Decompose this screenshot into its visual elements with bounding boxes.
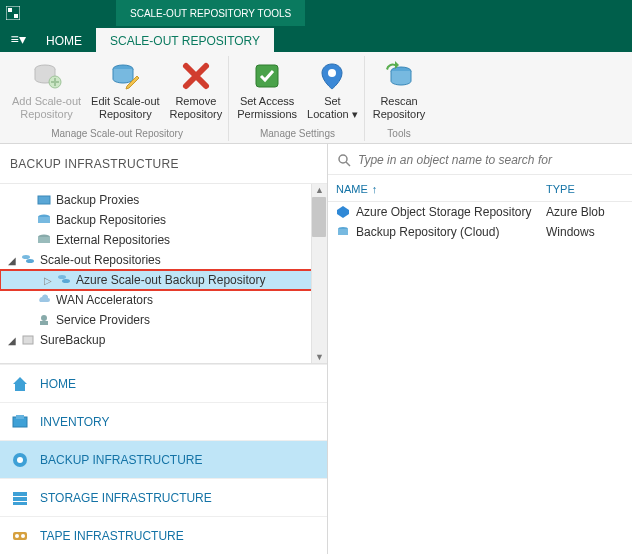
tree-item-wan-accelerators[interactable]: WAN Accelerators [0,290,327,310]
rescan-repository-button[interactable]: Rescan Repository [369,56,430,126]
menu-button[interactable]: ≡▾ [4,26,32,52]
nav-label: TAPE INFRASTRUCTURE [40,529,184,543]
edit-scaleout-repository-button[interactable]: Edit Scale-out Repository [87,56,163,126]
home-icon [10,374,30,394]
svg-rect-2 [14,14,18,18]
nav-home[interactable]: HOME [0,364,327,402]
scaleout-repo-icon [56,272,72,288]
ribbon-group-tools: Rescan Repository Tools [367,56,432,141]
scroll-up-icon[interactable]: ▲ [315,185,324,195]
svg-point-18 [41,315,47,321]
svg-point-31 [339,155,347,163]
app-icon [0,0,26,26]
tree-item-azure-scaleout-repo[interactable]: ▷ Azure Scale-out Backup Repository [0,270,327,290]
tab-home[interactable]: HOME [32,28,96,52]
ribbon-group-manage-repo: Add Scale-out Repository Edit Scale-out … [6,56,229,141]
svg-point-15 [26,259,34,263]
svg-point-16 [58,275,66,279]
ribbon-group-label: Manage Scale-out Repository [8,126,226,141]
windows-repo-icon [336,225,350,239]
nav-label: STORAGE INFRASTRUCTURE [40,491,212,505]
table-row[interactable]: Backup Repository (Cloud) Windows [328,222,632,242]
tree-label: Azure Scale-out Backup Repository [76,273,265,287]
svg-rect-9 [38,196,50,204]
ribbon-btn-line: Repository [170,108,223,121]
remove-repository-button[interactable]: Remove Repository [166,56,227,126]
ribbon-btn-line: Permissions [237,108,297,121]
svg-rect-13 [38,237,50,243]
svg-rect-1 [8,8,12,12]
ribbon-btn-line: Repository [373,108,426,121]
nav-label: BACKUP INFRASTRUCTURE [40,453,202,467]
table-row[interactable]: Azure Object Storage Repository Azure Bl… [328,202,632,222]
scroll-down-icon[interactable]: ▼ [315,352,324,362]
storage-icon [10,488,30,508]
cell-name: Azure Object Storage Repository [356,205,531,219]
database-refresh-icon [382,59,416,93]
repository-icon [36,212,52,228]
tape-icon [10,526,30,546]
nav-label: INVENTORY [40,415,110,429]
svg-rect-19 [40,321,48,325]
tree-label: Backup Repositories [56,213,166,227]
expander-closed-icon[interactable]: ▷ [42,275,54,286]
ribbon-btn-line: Add Scale-out [12,95,81,108]
left-pane-header: BACKUP INFRASTRUCTURE [0,144,327,184]
body: BACKUP INFRASTRUCTURE Backup Proxies Bac… [0,144,632,554]
scroll-thumb[interactable] [312,197,326,237]
svg-point-14 [22,255,30,259]
ribbon-group-label: Tools [369,126,430,141]
tree-item-surebackup[interactable]: ◢ SureBackup [0,330,327,350]
set-location-button[interactable]: Set Location ▾ [303,56,362,126]
column-label: TYPE [546,183,575,195]
tree-label: Backup Proxies [56,193,139,207]
search-bar [328,144,632,175]
tree-label: Scale-out Repositories [40,253,161,267]
tree-item-external-repositories[interactable]: External Repositories [0,230,327,250]
add-scaleout-repository-button[interactable]: Add Scale-out Repository [8,56,85,126]
svg-point-7 [328,69,336,77]
nav-inventory[interactable]: INVENTORY [0,402,327,440]
permissions-icon [250,59,284,93]
tree-label: External Repositories [56,233,170,247]
tab-scaleout-repository[interactable]: SCALE-OUT REPOSITORY [96,28,274,52]
tree-label: WAN Accelerators [56,293,153,307]
tree-item-service-providers[interactable]: Service Providers [0,310,327,330]
cell-name: Backup Repository (Cloud) [356,225,499,239]
right-pane: NAME ↑ TYPE Azure Object Storage Reposit… [328,144,632,554]
tree-item-backup-proxies[interactable]: Backup Proxies [0,190,327,210]
tree-item-backup-repositories[interactable]: Backup Repositories [0,210,327,230]
svg-point-24 [17,457,23,463]
nav-storage-infrastructure[interactable]: STORAGE INFRASTRUCTURE [0,478,327,516]
tree-scrollbar[interactable]: ▲ ▼ [311,184,327,363]
column-header-type[interactable]: TYPE [546,183,624,195]
expander-open-icon[interactable]: ◢ [6,335,18,346]
svg-line-32 [346,162,350,166]
ribbon-btn-line: Repository [20,108,73,121]
inventory-icon [10,412,30,432]
svg-rect-34 [338,229,348,235]
external-repo-icon [36,232,52,248]
svg-rect-27 [13,502,27,505]
ribbon: Add Scale-out Repository Edit Scale-out … [0,52,632,144]
database-plus-icon [30,59,64,93]
column-label: NAME [336,183,368,195]
cloud-icon [36,292,52,308]
infra-icon [10,450,30,470]
column-header-name[interactable]: NAME ↑ [336,183,546,195]
nav-tree: Backup Proxies Backup Repositories Exter… [0,184,327,363]
ribbon-btn-line: Remove [175,95,216,108]
search-input[interactable] [358,153,624,167]
search-icon [336,152,352,168]
ribbon-tab-strip: ≡▾ HOME SCALE-OUT REPOSITORY [0,26,632,52]
svg-point-29 [15,534,19,538]
expander-open-icon[interactable]: ◢ [6,255,18,266]
ribbon-group-label: Manage Settings [233,126,362,141]
nav-tape-infrastructure[interactable]: TAPE INFRASTRUCTURE [0,516,327,554]
ribbon-btn-line: Location ▾ [307,108,358,121]
provider-icon [36,312,52,328]
set-access-permissions-button[interactable]: Set Access Permissions [233,56,301,126]
tree-item-scaleout-repositories[interactable]: ◢ Scale-out Repositories [0,250,327,270]
nav-backup-infrastructure[interactable]: BACKUP INFRASTRUCTURE [0,440,327,478]
svg-rect-11 [38,217,50,223]
